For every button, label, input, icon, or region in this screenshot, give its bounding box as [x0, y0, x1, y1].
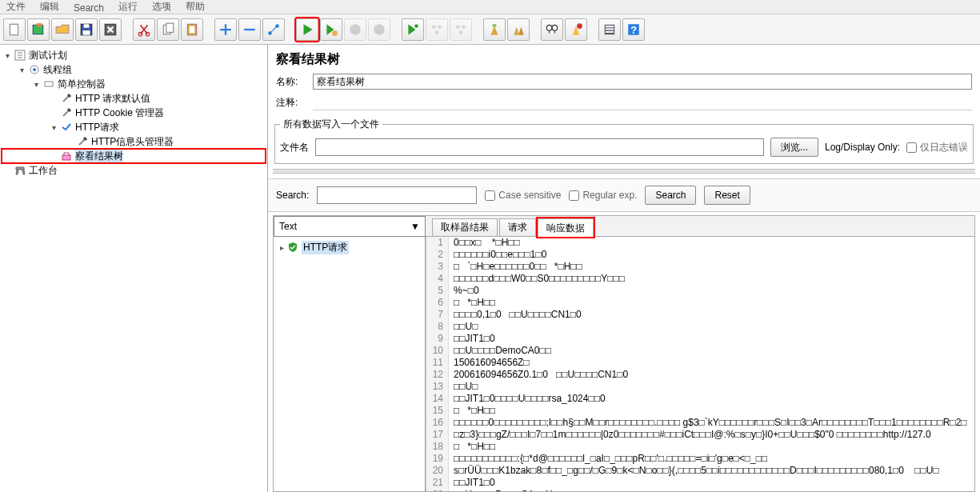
- start-button[interactable]: [296, 18, 318, 41]
- clear-button[interactable]: [483, 18, 506, 41]
- tree-test-plan[interactable]: 测试计划: [29, 49, 67, 62]
- tab-request[interactable]: 请求: [499, 218, 536, 236]
- line-content: □□□□□□d□□□W0□□S0□□□□□□□□□Y□□□: [449, 273, 625, 285]
- line-number: 8: [426, 321, 449, 333]
- errors-only-checkbox[interactable]: [906, 142, 917, 153]
- copy-button[interactable]: [157, 18, 179, 41]
- remote-start-button[interactable]: [402, 18, 424, 41]
- code-line: 16□□□□□□0□□□□□□□□□;I□□h§□□M□□r□□□□□□□□.□…: [426, 417, 974, 429]
- line-number: 4: [426, 273, 449, 285]
- sample-row[interactable]: ▸ HTTP请求: [275, 240, 423, 254]
- svg-rect-25: [493, 24, 497, 26]
- clear-all-button[interactable]: [507, 18, 530, 41]
- shutdown-button[interactable]: [368, 18, 390, 41]
- line-content: □□U□: [449, 381, 478, 393]
- line-number: 7: [426, 309, 449, 321]
- paste-button[interactable]: [181, 18, 203, 41]
- menu-edit[interactable]: 编辑: [37, 0, 62, 14]
- toggle-icon[interactable]: ▾: [2, 51, 13, 60]
- line-number: 22: [426, 489, 449, 491]
- search-button[interactable]: Search: [645, 186, 696, 205]
- line-content: □z□3}□□□gZ/□□□I□7□□1m□□□□□□|0z0□□□□□□□#□…: [449, 429, 931, 441]
- tree-header-mgr[interactable]: HTTP信息头管理器: [91, 135, 174, 149]
- name-input[interactable]: [313, 74, 972, 90]
- thread-group-icon: [27, 63, 42, 76]
- code-line: 22□□U□□□□DemoCA□□Y□□□: [426, 489, 974, 491]
- remote-stop-button[interactable]: [450, 18, 472, 41]
- testplan-icon: [13, 49, 27, 62]
- tab-response-data[interactable]: 响应数据: [538, 218, 594, 237]
- toggle-icon[interactable]: ▾: [30, 80, 42, 89]
- svg-point-20: [438, 25, 442, 29]
- tree-http-request[interactable]: HTTP请求: [75, 121, 119, 134]
- file-label: 文件名: [280, 141, 309, 154]
- svg-rect-5: [83, 30, 90, 35]
- regex-label: Regular exp.: [582, 190, 637, 201]
- line-number: 5: [426, 285, 449, 297]
- svg-point-19: [432, 25, 436, 29]
- menu-run[interactable]: 运行: [115, 0, 141, 14]
- start-no-pause-button[interactable]: [320, 18, 342, 41]
- splitter[interactable]: [273, 169, 975, 174]
- toggle-button[interactable]: [262, 18, 285, 41]
- expand-button[interactable]: [214, 18, 237, 41]
- save-as-button[interactable]: [99, 18, 122, 41]
- open-button[interactable]: [51, 18, 74, 41]
- svg-rect-4: [84, 24, 90, 28]
- line-number: 3: [426, 261, 449, 273]
- comment-input[interactable]: [313, 94, 972, 110]
- line-number: 16: [426, 417, 449, 429]
- menu-help[interactable]: 帮助: [182, 0, 208, 14]
- code-line: 10□□x□ *□H□□: [426, 237, 974, 249]
- line-content: □□JIT1□0: [449, 477, 495, 489]
- tree-thread-group[interactable]: 线程组: [43, 63, 72, 77]
- remote-start-all-button[interactable]: [426, 18, 448, 41]
- browse-button[interactable]: 浏览...: [770, 138, 818, 157]
- write-file-fieldset: 所有数据写入一个文件 文件名 浏览... Log/Display Only: 仅…: [274, 118, 974, 164]
- stop-button[interactable]: [344, 18, 366, 41]
- save-button[interactable]: [75, 18, 98, 41]
- menu-options[interactable]: 选项: [149, 0, 174, 14]
- code-line: 2□□□□□□i0□□e□□□1□0: [426, 249, 974, 261]
- panel-title: 察看结果树: [268, 45, 980, 71]
- tree-simple-controller[interactable]: 简单控制器: [58, 78, 106, 91]
- tree-view-results[interactable]: 察看结果树: [75, 150, 123, 163]
- svg-point-22: [456, 25, 460, 29]
- collapse-button[interactable]: [238, 18, 261, 41]
- tree-workbench[interactable]: 工作台: [29, 164, 58, 178]
- line-content: 150616094656Z□: [449, 357, 530, 369]
- templates-button[interactable]: [27, 18, 50, 41]
- tree-cookie-mgr[interactable]: HTTP Cookie 管理器: [75, 106, 164, 120]
- sample-list[interactable]: ▸ HTTP请求: [274, 237, 426, 491]
- svg-point-27: [552, 25, 558, 30]
- filename-input[interactable]: [315, 138, 764, 156]
- renderer-select[interactable]: Text ▼: [274, 216, 426, 237]
- tab-sampler-result[interactable]: 取样器结果: [432, 218, 498, 236]
- search-input[interactable]: [317, 186, 477, 204]
- test-plan-tree[interactable]: ▾测试计划 ▾线程组 ▾简单控制器 HTTP 请求默认值 HTTP Cookie…: [0, 45, 268, 492]
- new-button[interactable]: [3, 18, 26, 41]
- log-display-label: Log/Display Only:: [825, 142, 900, 153]
- find-button[interactable]: [541, 18, 563, 41]
- menu-search[interactable]: Search: [70, 2, 107, 14]
- tree-http-defaults[interactable]: HTTP 请求默认值: [75, 92, 150, 106]
- line-number: 13: [426, 381, 449, 393]
- regex-checkbox[interactable]: [569, 190, 579, 201]
- line-content: □□JIT1□0□□□□U□□□□rsa_1024□□0: [449, 393, 606, 405]
- case-sensitive-checkbox[interactable]: [485, 190, 495, 201]
- cut-button[interactable]: [133, 18, 155, 41]
- reset-button[interactable]: Reset: [704, 186, 750, 205]
- toggle-icon[interactable]: ▸: [280, 243, 284, 252]
- svg-point-14: [275, 24, 279, 28]
- code-line: 20s□rÜÜ□□□K1bzak□8□f□□_□g□□/□G□9□k<□N□o□…: [426, 465, 974, 477]
- toggle-icon[interactable]: ▾: [48, 123, 59, 132]
- help-button[interactable]: ?: [622, 18, 645, 41]
- case-label: Case sensitive: [498, 190, 561, 201]
- response-data-view[interactable]: 10□□x□ *□H□□2□□□□□□i0□□e□□□1□03□ `□H□e□□…: [426, 237, 974, 491]
- reset-search-button[interactable]: [565, 18, 587, 41]
- toggle-icon[interactable]: ▾: [16, 66, 27, 74]
- svg-rect-12: [190, 26, 195, 33]
- function-helper-button[interactable]: [598, 18, 621, 41]
- menu-file[interactable]: 文件: [3, 0, 29, 14]
- dropdown-icon: ▼: [410, 221, 420, 232]
